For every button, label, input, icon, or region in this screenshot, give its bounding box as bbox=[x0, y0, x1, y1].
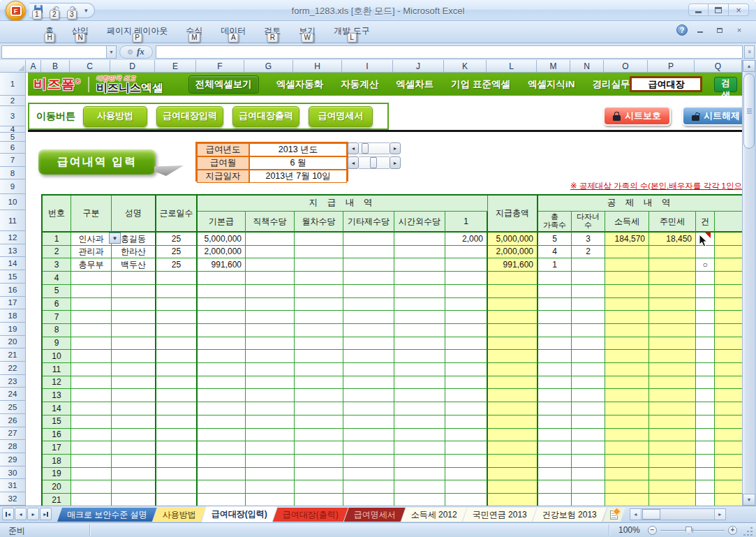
cell-r22-c14[interactable] bbox=[605, 480, 649, 494]
cell-r14-c14[interactable] bbox=[605, 376, 649, 390]
cell-r10-c6[interactable] bbox=[246, 324, 295, 337]
bizform-logo[interactable]: 비즈폼® bbox=[34, 75, 81, 94]
cell-r4-c16[interactable] bbox=[696, 246, 715, 259]
row-header-8[interactable]: 8 bbox=[0, 167, 26, 179]
cell-r14-c3[interactable] bbox=[112, 376, 156, 390]
cell-r23-c12[interactable] bbox=[538, 494, 572, 507]
cell-r21-c4[interactable] bbox=[156, 468, 198, 481]
cell-r13-c11[interactable] bbox=[488, 363, 538, 376]
next-sheet-button[interactable]: ▸ bbox=[27, 508, 39, 520]
banner-menu-item-6[interactable]: 엑셀지식iN bbox=[528, 78, 575, 91]
cell-r10-c3[interactable] bbox=[112, 324, 156, 337]
cell-r10-c12[interactable] bbox=[538, 324, 572, 337]
cell-r11-c2[interactable] bbox=[71, 337, 112, 351]
cell-r10-c1[interactable]: 8 bbox=[43, 324, 71, 337]
cell-r9-c9[interactable] bbox=[394, 311, 445, 324]
row-header-22[interactable]: 22 bbox=[0, 362, 26, 375]
cell-r6-c12[interactable] bbox=[538, 272, 572, 285]
cell-r14-c9[interactable] bbox=[394, 376, 445, 390]
banner-menu-item-5[interactable]: 기업 표준엑셀 bbox=[451, 78, 510, 91]
cell-r18-c17[interactable] bbox=[715, 429, 743, 442]
column-header-B[interactable]: B bbox=[41, 60, 70, 73]
cell-r13-c8[interactable] bbox=[343, 363, 394, 376]
cell-r7-c7[interactable] bbox=[295, 285, 343, 298]
cell-r21-c11[interactable] bbox=[488, 468, 538, 481]
cell-r7-c14[interactable] bbox=[605, 285, 649, 298]
header-total[interactable]: 지급총액 bbox=[488, 196, 538, 233]
column-header-L[interactable]: L bbox=[487, 60, 537, 73]
cell-r17-c8[interactable] bbox=[343, 415, 394, 429]
resize-grip[interactable] bbox=[743, 526, 753, 536]
cell-r10-c17[interactable] bbox=[715, 324, 743, 337]
cell-r21-c7[interactable] bbox=[295, 468, 343, 481]
cell-r13-c7[interactable] bbox=[295, 363, 343, 376]
cell-r11-c16[interactable] bbox=[696, 337, 715, 351]
cell-r23-c8[interactable] bbox=[343, 494, 394, 507]
header-family[interactable]: 총 가족수 bbox=[538, 212, 572, 233]
cell-r22-c3[interactable] bbox=[112, 480, 156, 494]
cell-r21-c15[interactable] bbox=[649, 468, 696, 481]
cell-r18-c10[interactable] bbox=[445, 429, 488, 442]
cell-r13-c16[interactable] bbox=[696, 363, 715, 376]
cell-r5-c7[interactable] bbox=[295, 258, 343, 272]
header-dept[interactable]: 구분 bbox=[71, 196, 112, 233]
cell-r3-c1[interactable]: 1 bbox=[43, 233, 71, 246]
cell-r13-c4[interactable] bbox=[156, 363, 198, 376]
year-spinner[interactable]: ◂ ▸ bbox=[348, 142, 401, 154]
cell-r9-c11[interactable] bbox=[488, 311, 538, 324]
header-group-pay[interactable]: 지 급 내 역 bbox=[198, 196, 488, 212]
cell-r18-c9[interactable] bbox=[394, 429, 445, 442]
cell-r15-c7[interactable] bbox=[295, 389, 343, 402]
cell-r9-c6[interactable] bbox=[246, 311, 295, 324]
cell-r19-c9[interactable] bbox=[394, 441, 445, 455]
cell-r4-c12[interactable]: 4 bbox=[538, 246, 572, 259]
cell-r18-c15[interactable] bbox=[649, 429, 696, 442]
cell-r12-c1[interactable]: 10 bbox=[43, 350, 71, 363]
cell-r15-c4[interactable] bbox=[156, 389, 198, 402]
cell-r3-c7[interactable] bbox=[295, 233, 343, 246]
cell-r12-c10[interactable] bbox=[445, 350, 488, 363]
cell-r3-c9[interactable] bbox=[394, 233, 445, 246]
cell-r15-c11[interactable] bbox=[488, 389, 538, 402]
row-header-15[interactable]: 15 bbox=[0, 270, 26, 284]
form-value-3[interactable]: 2013년 7월 10일 bbox=[249, 170, 347, 183]
cell-r5-c3[interactable]: 백두산 bbox=[112, 258, 156, 272]
year-spinner-thumb[interactable] bbox=[362, 143, 369, 154]
cell-r10-c9[interactable] bbox=[394, 324, 445, 337]
minimize-button[interactable] bbox=[688, 3, 709, 16]
cell-r17-c3[interactable] bbox=[112, 415, 156, 429]
cell-r18-c5[interactable] bbox=[198, 429, 246, 442]
cell-r7-c16[interactable] bbox=[696, 285, 715, 298]
cell-r23-c2[interactable] bbox=[71, 494, 112, 507]
year-spinner-track[interactable] bbox=[359, 142, 390, 154]
row-header-4[interactable]: 4 bbox=[0, 126, 26, 133]
cell-r10-c7[interactable] bbox=[295, 324, 343, 337]
ribbon-tab-4[interactable]: 수식M bbox=[177, 21, 212, 43]
cell-r22-c4[interactable] bbox=[156, 480, 198, 494]
cell-r3-c12[interactable]: 5 bbox=[538, 233, 572, 246]
cell-r11-c17[interactable] bbox=[715, 337, 743, 351]
cell-r8-c15[interactable] bbox=[649, 298, 696, 311]
banner-menu-item-1[interactable]: 전체엑셀보기 bbox=[188, 75, 259, 94]
cell-r8-c2[interactable] bbox=[71, 298, 112, 311]
cell-r19-c8[interactable] bbox=[343, 441, 394, 455]
cell-r21-c14[interactable] bbox=[605, 468, 649, 481]
cell-r17-c17[interactable] bbox=[715, 415, 743, 429]
cell-r9-c3[interactable] bbox=[112, 311, 156, 324]
header-overtime[interactable]: 시간외수당 bbox=[394, 212, 445, 233]
cell-r5-c6[interactable] bbox=[246, 258, 295, 272]
prev-sheet-button[interactable]: ◂ bbox=[15, 508, 27, 520]
business-excel-logo[interactable]: 대한민국 최고 비즈니스엑셀 bbox=[96, 75, 163, 94]
cell-r22-c11[interactable] bbox=[488, 480, 538, 494]
first-sheet-button[interactable]: ◂ bbox=[2, 508, 14, 520]
cell-r5-c1[interactable]: 3 bbox=[43, 258, 71, 272]
cell-r4-c8[interactable] bbox=[343, 246, 394, 259]
cell-r11-c1[interactable]: 9 bbox=[43, 337, 71, 351]
cell-r12-c3[interactable] bbox=[112, 350, 156, 363]
cell-r11-c7[interactable] bbox=[295, 337, 343, 351]
cell-r10-c16[interactable] bbox=[696, 324, 715, 337]
cell-r3-c2[interactable]: 인사과 bbox=[71, 233, 112, 246]
cell-r22-c13[interactable] bbox=[572, 480, 605, 494]
cell-r16-c8[interactable] bbox=[343, 402, 394, 415]
cell-r6-c7[interactable] bbox=[295, 272, 343, 285]
